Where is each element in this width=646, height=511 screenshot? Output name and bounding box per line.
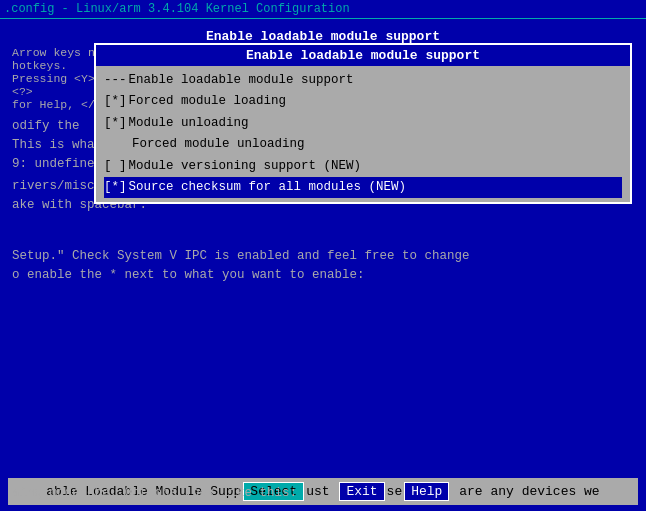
modal-body: --- Enable loadable module support [*] F… [96,66,630,202]
modal-item-6[interactable]: [*] Source checksum for all modules (NEW… [104,177,622,198]
header-title: Enable loadable module support [12,29,634,44]
bg-enable-line: o enable the * next to what you want to … [12,266,634,285]
spacer1 [12,215,634,231]
title-bar: .config - Linux/arm 3.4.104 Kernel Confi… [0,0,646,19]
bottom-line2: sing modprobe. Options look like this: [12,486,297,500]
item6-label: Source checksum for all modules (NEW) [129,178,407,197]
main-container: Enable loadable module support Arrow key… [4,23,642,511]
window-title: .config - Linux/arm 3.4.104 Kernel Confi… [4,2,350,16]
item1-prefix: --- [104,71,127,90]
bg-line1-prefix: odify the [12,117,107,136]
modal-item-4[interactable]: Forced module unloading [104,134,622,155]
bg-setup-line: Setup." Check System V IPC is enabled an… [12,247,634,266]
help-button[interactable]: Help [404,482,449,501]
bg-line3-prefix: 9: undefine [12,155,107,174]
item2-label: Forced module loading [129,92,287,111]
item4-label: Forced module unloading [132,135,305,154]
spacer2 [12,231,634,247]
item6-prefix: [*] [104,178,127,197]
item1-label: Enable loadable module support [129,71,354,90]
modal-item-2[interactable]: [*] Forced module loading [104,91,622,112]
modal-title: Enable loadable module support [96,45,630,66]
item2-prefix: [*] [104,92,127,111]
modal-item-1[interactable]: --- Enable loadable module support [104,70,622,91]
bottom-text-suffix: are any devices we [451,484,599,499]
item5-prefix: [ ] [104,157,127,176]
item3-prefix: [*] [104,114,127,133]
bg-line2-prefix: This is wha [12,136,107,155]
modal-item-3[interactable]: [*] Module unloading [104,113,622,134]
exit-button[interactable]: Exit [339,482,384,501]
bottom-text-mid2: se [387,484,403,499]
item5-label: Module versioning support (NEW) [129,157,362,176]
modal-dialog: Enable loadable module support --- Enabl… [94,43,632,204]
last-line: sing modprobe. Options look like this: [8,484,301,503]
item3-label: Module unloading [129,114,249,133]
modal-item-5[interactable]: [ ] Module versioning support (NEW) [104,156,622,177]
bottom-text-mid: ust [306,484,337,499]
